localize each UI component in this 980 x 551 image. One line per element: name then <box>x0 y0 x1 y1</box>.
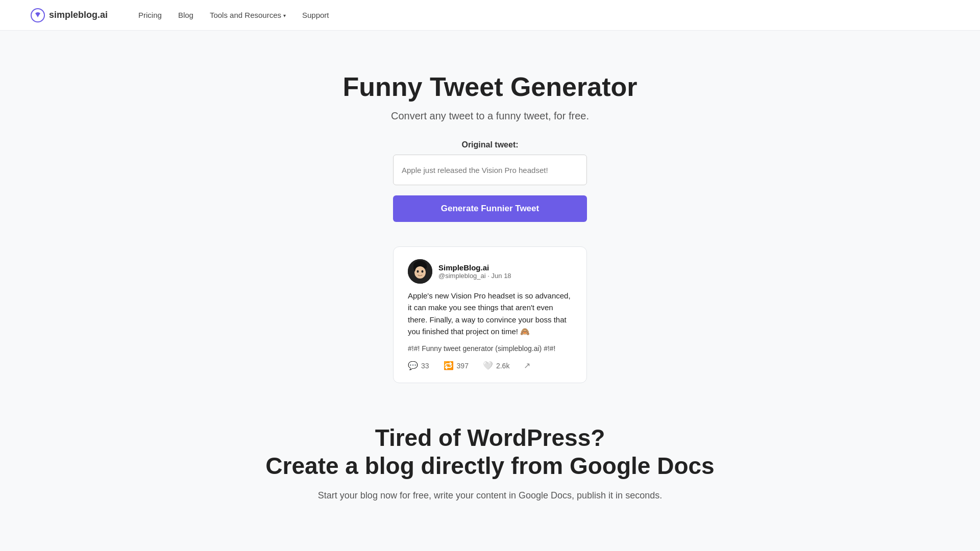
tweet-input[interactable] <box>393 155 587 185</box>
generate-button[interactable]: Generate Funnier Tweet <box>393 195 587 222</box>
svg-point-5 <box>422 270 424 273</box>
retweet-icon: 🔁 <box>444 361 454 370</box>
svg-point-3 <box>414 266 426 279</box>
brand-name: simpleblog.ai <box>49 10 108 20</box>
tweet-date-separator: · <box>487 272 491 280</box>
bottom-section: Tired of WordPress? Create a blog direct… <box>255 424 724 501</box>
nav-links: Pricing Blog Tools and Resources ▾ Suppo… <box>138 11 329 20</box>
heart-icon: 🤍 <box>483 361 493 370</box>
tweet-username: SimpleBlog.ai <box>438 263 511 272</box>
tweet-card: SimpleBlog.ai @simpleblog_ai · Jun 18 Ap… <box>393 246 587 383</box>
tweet-header: SimpleBlog.ai @simpleblog_ai · Jun 18 <box>408 259 572 284</box>
avatar-image <box>408 259 432 284</box>
nav-item-blog[interactable]: Blog <box>178 11 193 20</box>
like-action[interactable]: 🤍 2.6k <box>483 361 509 370</box>
avatar <box>408 259 432 284</box>
nav-item-support[interactable]: Support <box>302 11 329 20</box>
retweet-action[interactable]: 🔁 397 <box>444 361 469 370</box>
logo-icon <box>31 8 45 22</box>
nav-item-pricing[interactable]: Pricing <box>138 11 162 20</box>
svg-point-4 <box>417 270 419 273</box>
page-title: Funny Tweet Generator <box>343 71 638 102</box>
bottom-title-line1: Tired of WordPress? <box>265 424 714 452</box>
tweet-actions: 💬 33 🔁 397 🤍 2.6k ↗ <box>408 361 572 370</box>
tweet-user-info: SimpleBlog.ai @simpleblog_ai · Jun 18 <box>438 263 511 280</box>
tweet-handle: @simpleblog_ai <box>438 272 486 280</box>
tweet-body: Apple's new Vision Pro headset is so adv… <box>408 290 572 337</box>
bottom-title-line2: Create a blog directly from Google Docs <box>265 452 714 480</box>
input-label: Original tweet: <box>461 140 518 149</box>
main-content: Funny Tweet Generator Convert any tweet … <box>0 31 980 532</box>
share-icon: ↗ <box>524 361 530 370</box>
bottom-subtitle: Start your blog now for free, write your… <box>265 490 714 501</box>
brand-logo[interactable]: simpleblog.ai <box>31 8 108 22</box>
comment-count: 33 <box>421 362 429 370</box>
comment-icon: 💬 <box>408 361 418 370</box>
tweet-hashtags: #!#! Funny tweet generator (simpleblog.a… <box>408 344 572 353</box>
chevron-down-icon: ▾ <box>283 13 286 18</box>
retweet-count: 397 <box>457 362 469 370</box>
comment-action[interactable]: 💬 33 <box>408 361 429 370</box>
nav-item-tools[interactable]: Tools and Resources ▾ <box>210 11 286 19</box>
navbar: simpleblog.ai Pricing Blog Tools and Res… <box>0 0 980 31</box>
share-action[interactable]: ↗ <box>524 361 530 370</box>
tweet-date: Jun 18 <box>492 272 511 280</box>
like-count: 2.6k <box>496 362 509 370</box>
page-subtitle: Convert any tweet to a funny tweet, for … <box>391 110 589 122</box>
tweet-handle-date: @simpleblog_ai · Jun 18 <box>438 272 511 280</box>
